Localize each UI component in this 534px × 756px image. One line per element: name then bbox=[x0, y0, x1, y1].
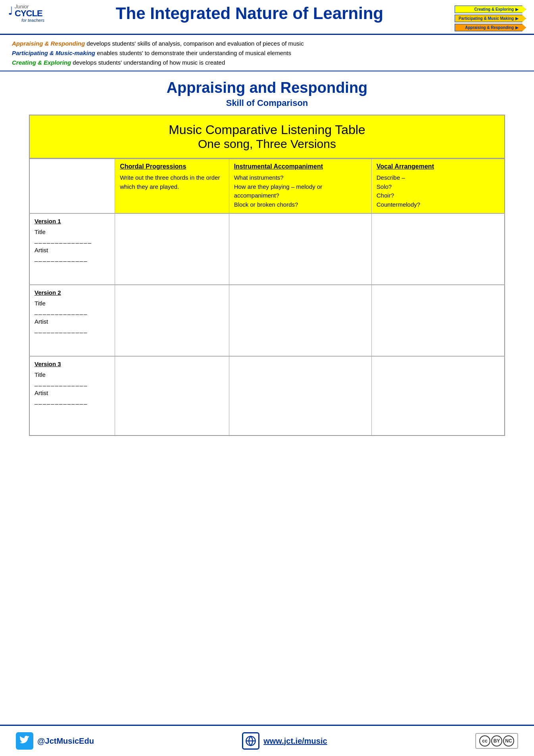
footer-website: www.jct.ie/music bbox=[242, 732, 327, 750]
page: ♩ Junior CYCLE for teachers The Integrat… bbox=[0, 0, 534, 756]
version-1-vocal-cell bbox=[372, 213, 505, 285]
version-3-artist-label: Artist bbox=[35, 390, 110, 396]
version-1-label-cell: Version 1 Title ______________ Artist __… bbox=[29, 213, 115, 285]
version-2-row: Version 2 Title _____________ Artist ___… bbox=[29, 285, 505, 356]
footer-twitter: @JctMusicEdu bbox=[16, 732, 94, 750]
arrow-icon-creating: ▶ bbox=[515, 7, 519, 12]
page-title: The Integrated Nature of Learning bbox=[52, 4, 447, 23]
intro-line-2: Participating & Music-making enables stu… bbox=[12, 48, 522, 58]
footer-cc: cc BY NC bbox=[475, 733, 518, 749]
comparison-table: Chordal Progressions Write out the three… bbox=[29, 159, 505, 436]
intro-line-1: Appraising & Responding develops student… bbox=[12, 39, 522, 48]
version-2-label: Version 2 bbox=[35, 289, 110, 296]
version-3-label: Version 3 bbox=[35, 361, 110, 367]
section-title: Appraising and Responding bbox=[167, 79, 368, 96]
header-empty-cell bbox=[29, 159, 115, 214]
version-2-label-cell: Version 2 Title _____________ Artist ___… bbox=[29, 285, 115, 356]
version-3-vocal-cell bbox=[372, 356, 505, 436]
section-subtitle: Skill of Comparison bbox=[226, 98, 308, 108]
intro-appraising-bold: Appraising & Responding bbox=[12, 40, 85, 47]
logo-area: ♩ Junior CYCLE for teachers bbox=[8, 4, 44, 23]
main-content: Appraising and Responding Skill of Compa… bbox=[0, 71, 534, 725]
version-3-row: Version 3 Title _____________ Artist ___… bbox=[29, 356, 505, 436]
logo-for-teachers: for teachers bbox=[21, 18, 44, 23]
version-1-chordal-cell bbox=[115, 213, 229, 285]
cc-badge: cc BY NC bbox=[475, 733, 518, 749]
table-title-main: Music Comparative Listening Table bbox=[38, 123, 496, 137]
cc-by-circle: BY bbox=[491, 735, 502, 746]
intro-participating-bold: Participating & Music-making bbox=[12, 50, 95, 56]
version-2-vocal-cell bbox=[372, 285, 505, 356]
header-vocal-cell: Vocal Arrangement Describe –Solo?Choir?C… bbox=[372, 159, 505, 214]
version-3-label-cell: Version 3 Title _____________ Artist ___… bbox=[29, 356, 115, 436]
instrumental-header-sub: What instruments?How are they playing – … bbox=[234, 173, 367, 209]
twitter-icon bbox=[16, 732, 33, 750]
nav-badge-appraising: Appraising & Responding ▶ bbox=[455, 24, 526, 31]
vocal-header-label: Vocal Arrangement bbox=[376, 163, 499, 170]
nav-badge-appraising-label: Appraising & Responding bbox=[465, 25, 514, 30]
header-chordal-cell: Chordal Progressions Write out the three… bbox=[115, 159, 229, 214]
nav-badge-creating-label: Creating & Exploring bbox=[474, 7, 514, 12]
version-1-label: Version 1 bbox=[35, 218, 110, 224]
intro-line2-rest: enables students' to demonstrate their u… bbox=[97, 50, 291, 56]
table-title-box: Music Comparative Listening Table One so… bbox=[29, 115, 505, 159]
arrow-icon-participating: ▶ bbox=[515, 16, 519, 21]
intro-creating-bold: Creating & Exploring bbox=[12, 59, 71, 66]
header-instrumental-cell: Instrumental Accompaniment What instrume… bbox=[229, 159, 371, 214]
nav-badge-creating: Creating & Exploring ▶ bbox=[455, 6, 526, 13]
intro-text: Appraising & Responding develops student… bbox=[0, 35, 534, 71]
logo-top: ♩ Junior CYCLE bbox=[8, 4, 42, 18]
version-1-title-label: Title bbox=[35, 228, 110, 235]
version-2-title-line: _____________ bbox=[35, 308, 110, 315]
harp-icon: ♩ bbox=[8, 4, 13, 17]
table-header-row: Chordal Progressions Write out the three… bbox=[29, 159, 505, 214]
vocal-header-sub: Describe –Solo?Choir?Countermelody? bbox=[376, 173, 499, 209]
version-2-chordal-cell bbox=[115, 285, 229, 356]
version-1-artist-label: Artist bbox=[35, 247, 110, 253]
version-2-title-label: Title bbox=[35, 300, 110, 307]
version-1-title-line: ______________ bbox=[35, 237, 110, 244]
header-title-area: The Integrated Nature of Learning bbox=[44, 4, 455, 23]
arrow-icon-appraising: ▶ bbox=[515, 25, 519, 30]
footer-url: www.jct.ie/music bbox=[263, 737, 327, 746]
version-1-instrumental-cell bbox=[229, 213, 371, 285]
version-3-artist-line: _____________ bbox=[35, 398, 110, 405]
intro-line1-rest: develops students' skills of analysis, c… bbox=[86, 40, 303, 47]
version-3-title-label: Title bbox=[35, 371, 110, 378]
logo-text: Junior CYCLE bbox=[15, 4, 42, 18]
version-3-title-line: _____________ bbox=[35, 380, 110, 386]
nav-badge-participating: Participating & Music Making ▶ bbox=[455, 15, 526, 22]
instrumental-header-label: Instrumental Accompaniment bbox=[234, 163, 367, 170]
footer-twitter-handle: @JctMusicEdu bbox=[37, 737, 94, 746]
logo-cycle-text: CYCLE bbox=[15, 9, 42, 18]
intro-line-3: Creating & Exploring develops students' … bbox=[12, 58, 522, 67]
footer: @JctMusicEdu www.jct.ie/music cc BY NC bbox=[0, 725, 534, 756]
version-1-artist-line: _____________ bbox=[35, 255, 110, 262]
version-3-instrumental-cell bbox=[229, 356, 371, 436]
nav-badge-participating-label: Participating & Music Making bbox=[459, 16, 514, 21]
table-title-sub: One song, Three Versions bbox=[38, 137, 496, 151]
cc-circle: cc bbox=[479, 735, 490, 746]
globe-icon bbox=[242, 732, 259, 750]
version-2-instrumental-cell bbox=[229, 285, 371, 356]
version-3-chordal-cell bbox=[115, 356, 229, 436]
version-2-artist-label: Artist bbox=[35, 318, 110, 325]
header: ♩ Junior CYCLE for teachers The Integrat… bbox=[0, 0, 534, 35]
version-2-artist-line: _____________ bbox=[35, 326, 110, 333]
chordal-header-sub: Write out the three chords in the order … bbox=[120, 173, 224, 191]
version-1-row: Version 1 Title ______________ Artist __… bbox=[29, 213, 505, 285]
cc-nc-circle: NC bbox=[503, 735, 514, 746]
chordal-header-label: Chordal Progressions bbox=[120, 163, 224, 170]
nav-badges: Creating & Exploring ▶ Participating & M… bbox=[455, 6, 526, 31]
intro-line3-rest: develops students' understanding of how … bbox=[73, 59, 225, 66]
